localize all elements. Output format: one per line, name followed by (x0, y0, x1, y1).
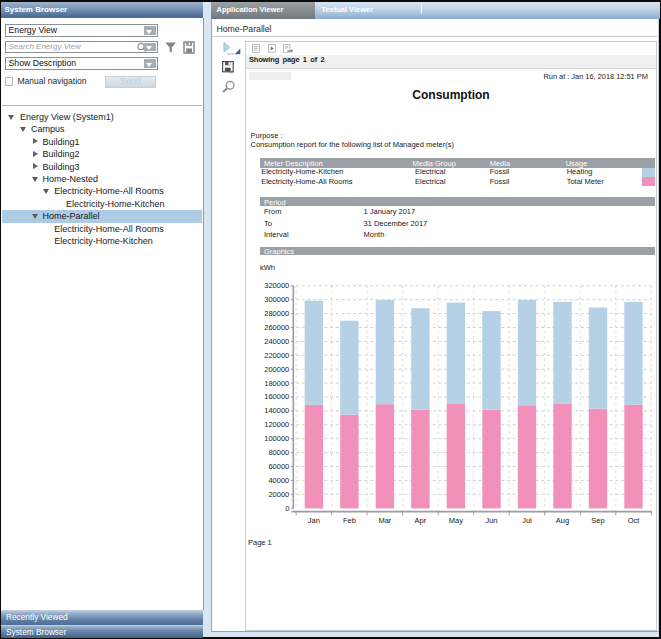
svg-text:280000: 280000 (264, 309, 289, 318)
svg-text:Aug: Aug (556, 516, 569, 525)
svg-text:Jul: Jul (522, 516, 532, 525)
svg-text:Jan: Jan (308, 516, 320, 525)
svg-text:Apr: Apr (415, 516, 427, 525)
svg-text:100000: 100000 (264, 434, 289, 443)
svg-text:40000: 40000 (268, 476, 289, 485)
svg-text:Sep: Sep (591, 516, 604, 525)
svg-text:140000: 140000 (264, 406, 289, 415)
svg-text:Jun: Jun (485, 516, 497, 525)
svg-text:320000: 320000 (264, 281, 289, 290)
svg-text:240000: 240000 (264, 337, 289, 346)
svg-text:60000: 60000 (268, 462, 289, 471)
svg-text:180000: 180000 (264, 379, 289, 388)
svg-text:160000: 160000 (264, 392, 289, 401)
svg-text:May: May (449, 516, 463, 525)
svg-text:200000: 200000 (264, 365, 289, 374)
svg-text:Mar: Mar (378, 516, 391, 525)
svg-text:120000: 120000 (264, 420, 289, 429)
svg-text:300000: 300000 (264, 295, 289, 304)
svg-text:80000: 80000 (268, 448, 289, 457)
svg-text:kWh: kWh (260, 263, 275, 272)
svg-text:Oct: Oct (628, 516, 641, 525)
svg-text:220000: 220000 (264, 351, 289, 360)
svg-text:0: 0 (285, 504, 289, 513)
svg-text:20000: 20000 (268, 490, 289, 499)
svg-text:260000: 260000 (264, 323, 289, 332)
svg-text:Feb: Feb (343, 516, 356, 525)
